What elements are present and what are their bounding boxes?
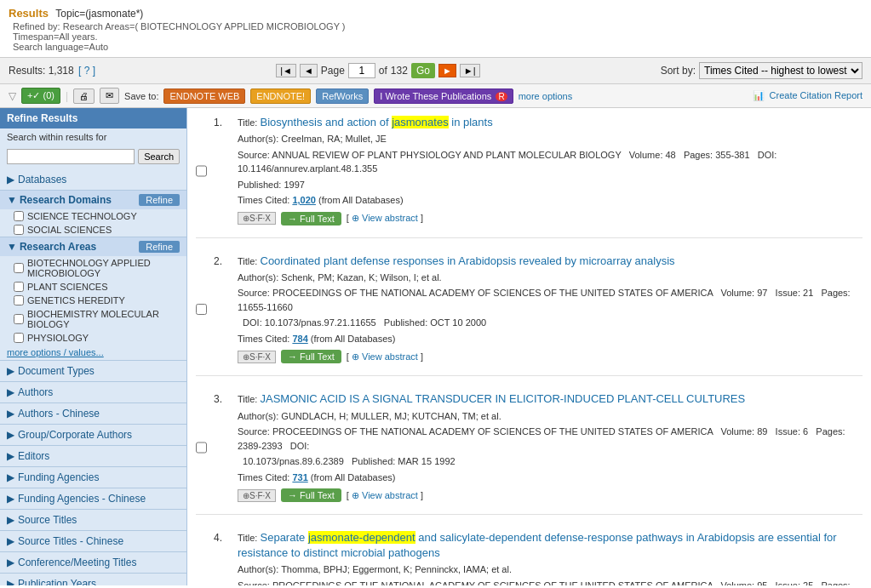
result-meta-4: Author(s): Thomma, BPHJ; Eggermont, K; P…	[238, 562, 862, 577]
sidebar-item-authors-chinese[interactable]: ▶ Authors - Chinese	[0, 403, 186, 424]
sidebar-item-source-titles-chinese[interactable]: ▶ Source Titles - Chinese	[0, 531, 186, 551]
first-page-btn[interactable]: |◄	[276, 64, 296, 77]
checkbox-plant-sci-input[interactable]	[14, 282, 24, 292]
email-btn[interactable]: ✉	[100, 88, 119, 104]
sidebar-section-conference: ▶ Conference/Meeting Titles	[0, 552, 186, 574]
source-titles-chinese-label: Source Titles - Chinese	[18, 535, 180, 547]
sidebar-section-document-types: ▶ Document Types	[0, 361, 186, 382]
results-count: Results: 1,318	[9, 65, 74, 77]
sfx-btn-1[interactable]: ⊕S·F·X	[238, 212, 276, 225]
result-checkbox-2[interactable]	[196, 255, 207, 364]
results-label: Results	[9, 7, 49, 20]
result-title-3[interactable]: JASMONIC ACID IS A SIGNAL TRANSDUCER IN …	[261, 392, 746, 405]
times-cited-link-3[interactable]: 731	[292, 472, 307, 482]
next-page-btn[interactable]: ►	[438, 64, 456, 77]
sidebar-item-editors[interactable]: ▶ Editors	[0, 446, 186, 466]
sidebar-item-source-titles[interactable]: ▶ Source Titles	[0, 510, 186, 530]
funding-chinese-label: Funding Agencies - Chinese	[18, 493, 180, 505]
fulltext-btn-3[interactable]: Full Text	[281, 488, 341, 502]
times-cited-link-2[interactable]: 784	[292, 334, 307, 344]
genetics-label: GENETICS HEREDITY	[27, 295, 125, 305]
add-to-marked-btn[interactable]: +✓ (0)	[21, 88, 60, 104]
sidebar-item-databases[interactable]: ▶ Databases	[0, 169, 186, 190]
result-links-3: ⊕S·F·X Full Text ⊕ View abstract	[238, 488, 862, 502]
more-options-link[interactable]: more options	[519, 91, 573, 101]
checkbox-science-technology-input[interactable]	[14, 211, 24, 221]
create-citation-link[interactable]: 📊 Create Citation Report	[753, 90, 862, 101]
view-abstract-2[interactable]: ⊕ View abstract	[347, 351, 423, 363]
result-links-2: ⊕S·F·X Full Text ⊕ View abstract	[238, 350, 862, 363]
biochem-label: BIOCHEMISTRY MOLECULAR BIOLOGY	[27, 309, 180, 329]
result-title-2[interactable]: Coordinated plant defense responses in A…	[261, 254, 675, 267]
result-title-1[interactable]: Biosynthesis and action of jasmonates in…	[261, 116, 493, 128]
page-input[interactable]	[348, 63, 375, 78]
refworks-btn[interactable]: RefWorks	[316, 88, 369, 104]
fulltext-btn-1[interactable]: Full Text	[281, 212, 341, 225]
search-within-label: Search within results for	[0, 128, 186, 144]
research-domains-label[interactable]: ▼ Research Domains	[7, 194, 112, 206]
checkbox-physiology-input[interactable]	[14, 333, 24, 343]
result-times-cited-1: Times Cited: 1,020 (from All Databases)	[238, 193, 862, 208]
research-domains-refine-btn[interactable]: Refine	[139, 194, 180, 206]
sidebar-search-button[interactable]: Search	[138, 149, 180, 164]
tri-fundcn: ▶	[7, 493, 14, 505]
sidebar-item-document-types[interactable]: ▶ Document Types	[0, 361, 186, 381]
sfx-btn-2[interactable]: ⊕S·F·X	[238, 351, 276, 363]
sidebar-search-input[interactable]	[7, 149, 135, 164]
authors-label: Authors	[18, 386, 180, 398]
prev-page-btn[interactable]: ◄	[300, 64, 318, 77]
checkbox-physiology: PHYSIOLOGY	[0, 331, 186, 345]
sidebar-item-authors[interactable]: ▶ Authors	[0, 382, 186, 402]
result-checkbox-1[interactable]	[196, 117, 207, 225]
more-options-research-areas[interactable]: more options / values...	[0, 345, 186, 360]
sidebar-item-group-corporate[interactable]: ▶ Group/Corporate Authors	[0, 425, 186, 445]
sidebar-item-funding-chinese[interactable]: ▶ Funding Agencies - Chinese	[0, 488, 186, 509]
table-row: 4. Title: Separate jasmonate-dependent a…	[196, 530, 862, 585]
result-doi-2: DOI: 10.1073/pnas.97.21.11655 Published:…	[238, 316, 862, 330]
sort-select[interactable]: Times Cited -- highest to lowest	[699, 62, 862, 79]
tri-fund: ▶	[7, 471, 14, 483]
print-btn[interactable]: 🖨	[73, 88, 95, 104]
checkbox-genetics: GENETICS HEREDITY	[0, 294, 186, 307]
result-title-4[interactable]: Separate jasmonate-dependent and salicyl…	[238, 531, 837, 559]
results-help-link[interactable]: [ ? ]	[78, 65, 95, 77]
tri-dt: ▶	[7, 365, 14, 377]
times-cited-link-1[interactable]: 1,020	[292, 195, 316, 205]
title-label-4: Title:	[238, 533, 261, 543]
research-areas-refine-btn[interactable]: Refine	[139, 241, 180, 253]
sidebar: Refine Results Search within results for…	[0, 108, 187, 585]
pagination-bar: Results: 1,318 [ ? ] |◄ ◄ Page of 132 Go…	[0, 58, 871, 84]
research-areas-header: ▼ Research Areas Refine	[0, 237, 186, 256]
databases-label: Databases	[18, 174, 180, 186]
checkbox-plant-sci: PLANT SCIENCES	[0, 280, 186, 294]
checkbox-biochem-input[interactable]	[14, 314, 24, 324]
tri-authcn: ▶	[7, 408, 14, 420]
view-abstract-3[interactable]: ⊕ View abstract	[347, 490, 423, 501]
checkbox-genetics-input[interactable]	[14, 295, 24, 305]
sidebar-item-conference[interactable]: ▶ Conference/Meeting Titles	[0, 552, 186, 573]
triangle-ra-icon: ▼	[7, 241, 17, 253]
sidebar-section-authors: ▶ Authors	[0, 382, 186, 403]
sfx-btn-3[interactable]: ⊕S·F·X	[238, 489, 276, 502]
checkbox-social-sciences-input[interactable]	[14, 225, 24, 235]
research-areas-label[interactable]: ▼ Research Areas	[7, 241, 96, 253]
endnote-btn[interactable]: ENDNOTE!	[250, 88, 311, 104]
result-links-1: ⊕S·F·X Full Text ⊕ View abstract	[238, 212, 862, 225]
i-wrote-btn[interactable]: I Wrote These Publications R	[374, 88, 513, 104]
result-checkbox-3[interactable]	[196, 393, 207, 502]
sort-area: Sort by: Times Cited -- highest to lowes…	[661, 62, 862, 79]
go-button[interactable]: Go	[411, 63, 435, 78]
tri-srccn: ▶	[7, 535, 14, 547]
sidebar-item-funding[interactable]: ▶ Funding Agencies	[0, 467, 186, 488]
endnote-web-btn[interactable]: ENDNOTE WEB	[163, 88, 245, 104]
result-source-4: Source: PROCEEDINGS OF THE NATIONAL ACAD…	[238, 579, 862, 585]
sidebar-section-databases: ▶ Databases	[0, 169, 186, 191]
fulltext-btn-2[interactable]: Full Text	[281, 350, 341, 363]
sidebar-item-pub-years[interactable]: ▶ Publication Years	[0, 574, 186, 585]
view-abstract-1[interactable]: ⊕ View abstract	[347, 213, 423, 224]
last-page-btn[interactable]: ►|	[460, 64, 480, 77]
result-checkbox-4[interactable]	[196, 532, 207, 585]
sidebar-section-research-areas: ▼ Research Areas Refine BIOTECHNOLOGY AP…	[0, 237, 186, 361]
checkbox-biotech-input[interactable]	[14, 263, 24, 273]
result-number-1: 1.	[214, 115, 231, 225]
